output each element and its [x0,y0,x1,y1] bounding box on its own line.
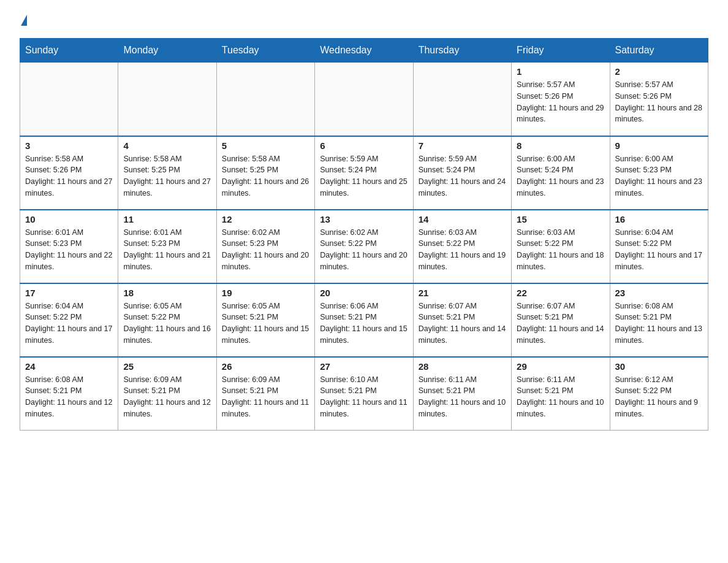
day-info: Sunrise: 6:12 AMSunset: 5:22 PMDaylight:… [615,374,703,420]
day-number: 5 [222,140,309,151]
calendar-cell: 14Sunrise: 6:03 AMSunset: 5:22 PMDayligh… [413,210,511,283]
calendar-cell: 17Sunrise: 6:04 AMSunset: 5:22 PMDayligh… [20,283,118,357]
calendar-cell [413,63,511,136]
calendar-table: SundayMondayTuesdayWednesdayThursdayFrid… [20,38,708,431]
calendar-week-row: 10Sunrise: 6:01 AMSunset: 5:23 PMDayligh… [20,210,708,283]
calendar-cell: 9Sunrise: 6:00 AMSunset: 5:23 PMDaylight… [610,136,708,210]
calendar-header-monday: Monday [118,39,216,63]
day-number: 1 [517,66,604,77]
calendar-cell: 19Sunrise: 6:05 AMSunset: 5:21 PMDayligh… [216,283,314,357]
day-info: Sunrise: 6:09 AMSunset: 5:21 PMDaylight:… [222,374,309,420]
day-number: 2 [615,66,703,77]
calendar-cell: 21Sunrise: 6:07 AMSunset: 5:21 PMDayligh… [413,283,511,357]
day-number: 9 [615,140,703,151]
calendar-header-row: SundayMondayTuesdayWednesdayThursdayFrid… [20,39,708,63]
calendar-cell: 11Sunrise: 6:01 AMSunset: 5:23 PMDayligh… [118,210,216,283]
day-number: 29 [517,361,604,372]
day-info: Sunrise: 6:04 AMSunset: 5:22 PMDaylight:… [615,227,703,273]
calendar-cell: 18Sunrise: 6:05 AMSunset: 5:22 PMDayligh… [118,283,216,357]
day-info: Sunrise: 5:57 AMSunset: 5:26 PMDaylight:… [517,79,604,125]
day-info: Sunrise: 5:57 AMSunset: 5:26 PMDaylight:… [615,79,703,125]
day-info: Sunrise: 6:05 AMSunset: 5:21 PMDaylight:… [222,301,309,347]
calendar-cell: 29Sunrise: 6:11 AMSunset: 5:21 PMDayligh… [512,357,610,431]
calendar-header-sunday: Sunday [20,39,118,63]
calendar-cell: 25Sunrise: 6:09 AMSunset: 5:21 PMDayligh… [118,357,216,431]
day-number: 6 [320,140,408,151]
day-info: Sunrise: 6:01 AMSunset: 5:23 PMDaylight:… [25,227,113,273]
calendar-week-row: 3Sunrise: 5:58 AMSunset: 5:26 PMDaylight… [20,136,708,210]
logo-triangle-icon [21,15,27,26]
calendar-cell: 13Sunrise: 6:02 AMSunset: 5:22 PMDayligh… [315,210,413,283]
calendar-cell: 28Sunrise: 6:11 AMSunset: 5:21 PMDayligh… [413,357,511,431]
day-number: 12 [222,214,309,224]
day-number: 15 [517,214,604,224]
day-info: Sunrise: 6:02 AMSunset: 5:23 PMDaylight:… [222,227,309,273]
day-info: Sunrise: 5:58 AMSunset: 5:25 PMDaylight:… [123,153,211,199]
calendar-cell: 12Sunrise: 6:02 AMSunset: 5:23 PMDayligh… [216,210,314,283]
calendar-cell: 30Sunrise: 6:12 AMSunset: 5:22 PMDayligh… [610,357,708,431]
day-number: 10 [25,214,113,224]
calendar-cell: 15Sunrise: 6:03 AMSunset: 5:22 PMDayligh… [512,210,610,283]
day-info: Sunrise: 6:06 AMSunset: 5:21 PMDaylight:… [320,301,408,347]
day-info: Sunrise: 6:03 AMSunset: 5:22 PMDaylight:… [419,227,506,273]
day-info: Sunrise: 6:08 AMSunset: 5:21 PMDaylight:… [25,374,113,420]
day-number: 8 [517,140,604,151]
calendar-cell: 1Sunrise: 5:57 AMSunset: 5:26 PMDaylight… [512,63,610,136]
logo [20,15,27,27]
day-number: 24 [25,361,113,372]
calendar-header-wednesday: Wednesday [315,39,413,63]
day-number: 17 [25,288,113,298]
day-info: Sunrise: 6:01 AMSunset: 5:23 PMDaylight:… [123,227,211,273]
calendar-cell: 22Sunrise: 6:07 AMSunset: 5:21 PMDayligh… [512,283,610,357]
calendar-week-row: 24Sunrise: 6:08 AMSunset: 5:21 PMDayligh… [20,357,708,431]
day-info: Sunrise: 6:11 AMSunset: 5:21 PMDaylight:… [419,374,506,420]
calendar-cell [315,63,413,136]
calendar-header-thursday: Thursday [413,39,511,63]
calendar-cell: 23Sunrise: 6:08 AMSunset: 5:21 PMDayligh… [610,283,708,357]
calendar-cell: 2Sunrise: 5:57 AMSunset: 5:26 PMDaylight… [610,63,708,136]
day-number: 23 [615,288,703,298]
day-number: 16 [615,214,703,224]
calendar-week-row: 1Sunrise: 5:57 AMSunset: 5:26 PMDaylight… [20,63,708,136]
calendar-cell: 7Sunrise: 5:59 AMSunset: 5:24 PMDaylight… [413,136,511,210]
calendar-cell: 4Sunrise: 5:58 AMSunset: 5:25 PMDaylight… [118,136,216,210]
day-number: 14 [419,214,506,224]
day-number: 7 [419,140,506,151]
calendar-cell: 6Sunrise: 5:59 AMSunset: 5:24 PMDaylight… [315,136,413,210]
day-info: Sunrise: 6:05 AMSunset: 5:22 PMDaylight:… [123,301,211,347]
day-info: Sunrise: 6:10 AMSunset: 5:21 PMDaylight:… [320,374,408,420]
day-number: 30 [615,361,703,372]
day-number: 11 [123,214,211,224]
calendar-cell [216,63,314,136]
day-info: Sunrise: 6:04 AMSunset: 5:22 PMDaylight:… [25,301,113,347]
day-info: Sunrise: 5:59 AMSunset: 5:24 PMDaylight:… [320,153,408,199]
calendar-cell: 20Sunrise: 6:06 AMSunset: 5:21 PMDayligh… [315,283,413,357]
calendar-cell [118,63,216,136]
day-info: Sunrise: 6:07 AMSunset: 5:21 PMDaylight:… [517,301,604,347]
day-info: Sunrise: 5:59 AMSunset: 5:24 PMDaylight:… [419,153,506,199]
day-info: Sunrise: 6:11 AMSunset: 5:21 PMDaylight:… [517,374,604,420]
day-number: 26 [222,361,309,372]
calendar-cell [20,63,118,136]
calendar-cell: 5Sunrise: 5:58 AMSunset: 5:25 PMDaylight… [216,136,314,210]
day-number: 19 [222,288,309,298]
day-info: Sunrise: 6:02 AMSunset: 5:22 PMDaylight:… [320,227,408,273]
calendar-cell: 27Sunrise: 6:10 AMSunset: 5:21 PMDayligh… [315,357,413,431]
page-header [20,15,708,27]
calendar-header-tuesday: Tuesday [216,39,314,63]
calendar-cell: 16Sunrise: 6:04 AMSunset: 5:22 PMDayligh… [610,210,708,283]
day-number: 18 [123,288,211,298]
day-info: Sunrise: 6:07 AMSunset: 5:21 PMDaylight:… [419,301,506,347]
day-number: 21 [419,288,506,298]
calendar-cell: 3Sunrise: 5:58 AMSunset: 5:26 PMDaylight… [20,136,118,210]
day-number: 20 [320,288,408,298]
calendar-cell: 10Sunrise: 6:01 AMSunset: 5:23 PMDayligh… [20,210,118,283]
calendar-header-saturday: Saturday [610,39,708,63]
day-number: 25 [123,361,211,372]
day-info: Sunrise: 5:58 AMSunset: 5:25 PMDaylight:… [222,153,309,199]
day-number: 22 [517,288,604,298]
day-info: Sunrise: 6:00 AMSunset: 5:23 PMDaylight:… [615,153,703,199]
day-info: Sunrise: 6:03 AMSunset: 5:22 PMDaylight:… [517,227,604,273]
calendar-cell: 26Sunrise: 6:09 AMSunset: 5:21 PMDayligh… [216,357,314,431]
calendar-week-row: 17Sunrise: 6:04 AMSunset: 5:22 PMDayligh… [20,283,708,357]
